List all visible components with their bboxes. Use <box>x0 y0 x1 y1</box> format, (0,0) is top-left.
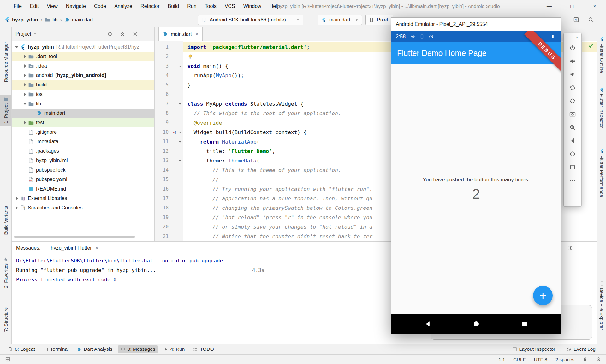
chevron-right-icon[interactable] <box>22 64 28 68</box>
menu-tools[interactable]: Tools <box>200 3 220 9</box>
menu-code[interactable]: Code <box>90 3 110 9</box>
lock-icon[interactable] <box>583 357 588 362</box>
gear-icon[interactable] <box>596 357 601 362</box>
close-button[interactable]: × <box>583 0 606 13</box>
emulator-rotate-right-button[interactable] <box>566 94 579 108</box>
emulator-screenshot-button[interactable] <box>566 108 579 121</box>
breadcrumb-item-lib[interactable]: lib <box>45 17 57 23</box>
menu-window[interactable]: Window <box>239 3 265 9</box>
override-marker-icon[interactable] <box>172 130 177 135</box>
close-tab-icon[interactable]: × <box>95 245 98 251</box>
emulator-screen[interactable]: 2:58 Flutter Demo Home Page DEBUG You ha… <box>391 31 561 334</box>
fold-marker-icon[interactable] <box>178 102 182 106</box>
tool-window-button-terminal[interactable]: Terminal <box>40 345 72 353</box>
fold-marker-icon[interactable] <box>178 140 182 144</box>
search-icon[interactable] <box>588 17 594 23</box>
chevron-right-icon[interactable] <box>14 206 20 210</box>
menu-vcs[interactable]: VCS <box>221 3 239 9</box>
emulator-zoom-button[interactable] <box>566 121 579 134</box>
tool-stripe-build-variants[interactable]: Build Variants <box>0 204 11 237</box>
fold-marker-icon[interactable] <box>178 130 182 134</box>
tree-item-metadata[interactable]: .metadata <box>12 137 154 146</box>
close-tab-icon[interactable]: × <box>195 31 199 38</box>
intention-bulb-icon[interactable] <box>187 54 193 59</box>
emulator-close-button[interactable]: × <box>576 35 578 40</box>
emulator-more-button[interactable] <box>566 174 579 187</box>
menu-run[interactable]: Run <box>183 3 200 9</box>
tool-stripe-1-project[interactable]: 1: Project <box>0 95 11 126</box>
status-item-utf-8[interactable]: UTF-8 <box>534 357 547 362</box>
tree-item-idea[interactable]: .idea <box>12 61 154 71</box>
emulator-back-button[interactable] <box>566 134 579 147</box>
hide-panel-icon[interactable] <box>145 31 151 37</box>
menu-refactor[interactable]: Refactor <box>136 3 163 9</box>
tool-stripe-7-structure[interactable]: 7: Structure <box>0 305 11 334</box>
messages-tab[interactable]: [hyzp_yibin] Flutter × <box>46 243 101 253</box>
tree-item-ios[interactable]: ios <box>12 90 154 99</box>
tree-item-gitignore[interactable]: .gitignore <box>12 127 154 137</box>
device-selector-dropdown[interactable]: Android SDK built for x86 (mobile) <box>198 15 303 25</box>
editor-tab-main-dart[interactable]: main.dart × <box>158 27 203 41</box>
console-link[interactable]: R:\Flutter\FlutterSDK\flutter\bin\flutte… <box>16 258 153 264</box>
chevron-right-icon[interactable] <box>14 196 20 201</box>
tree-item-main-dart[interactable]: main.dart <box>12 109 154 118</box>
tool-window-switcher-icon[interactable] <box>5 357 10 362</box>
fold-marker-icon[interactable] <box>178 64 182 68</box>
tree-item-external-libraries[interactable]: External Libraries <box>12 194 154 203</box>
collapse-all-icon[interactable] <box>120 31 125 37</box>
tree-item-lib[interactable]: lib <box>12 99 154 109</box>
status-item-crlf[interactable]: CRLF <box>513 357 526 362</box>
run-config-dropdown[interactable]: main.dart <box>318 15 362 25</box>
status-item-1-1[interactable]: 1:1 <box>498 357 505 362</box>
nav-home-button[interactable] <box>472 320 480 328</box>
nav-overview-button[interactable] <box>521 320 528 328</box>
breadcrumb-item-main-dart[interactable]: main.dart <box>64 17 93 23</box>
chevron-right-icon[interactable] <box>22 73 28 78</box>
sdk-manager-icon[interactable] <box>573 17 579 23</box>
tree-item-scratches-and-consoles[interactable]: Scratches and Consoles <box>12 203 154 213</box>
tree-item-hyzp-yibin[interactable]: hyzp_yibinR:\FlutterProject\FlutterProje… <box>12 42 154 52</box>
emulator-volume-up-button[interactable] <box>566 55 579 68</box>
emulator-minimize-button[interactable]: — <box>567 35 571 40</box>
tool-stripe-flutter-performance[interactable]: Flutter Performance <box>597 147 606 199</box>
menu-edit[interactable]: Edit <box>26 3 43 9</box>
tree-item-dart-tool[interactable]: .dart_tool <box>12 52 154 61</box>
menu-file[interactable]: File <box>9 3 26 9</box>
tool-window-button-layout-inspector[interactable]: Layout Inspector <box>509 345 558 353</box>
tree-item-pubspec-lock[interactable]: pubspec.lock <box>12 165 154 175</box>
status-item-2-spaces[interactable]: 2 spaces <box>556 357 574 362</box>
emulator-overview-button[interactable] <box>566 161 579 174</box>
emulator-volume-down-button[interactable] <box>566 68 579 81</box>
chevron-right-icon[interactable] <box>22 120 28 125</box>
emulator-power-button[interactable] <box>566 41 579 55</box>
tool-stripe-flutter-inspector[interactable]: Flutter Inspector <box>597 85 606 130</box>
chevron-down-icon[interactable] <box>33 32 37 36</box>
tree-item-packages[interactable]: .packages <box>12 146 154 156</box>
tool-stripe-device-file-explorer[interactable]: Device File Explorer <box>597 279 606 332</box>
tool-window-button-6-logcat[interactable]: 6: Logcat <box>5 345 38 353</box>
chevron-down-icon[interactable] <box>22 102 28 106</box>
fold-marker-icon[interactable] <box>178 159 182 163</box>
tool-window-button-todo[interactable]: TODO <box>190 345 217 353</box>
chevron-right-icon[interactable] <box>22 83 28 87</box>
tree-item-android[interactable]: android[hyzp_yibin_android] <box>12 71 154 80</box>
minimize-button[interactable]: — <box>538 0 561 13</box>
tree-item-pubspec-yaml[interactable]: YMLpubspec.yaml <box>12 175 154 184</box>
emulator-home-button[interactable] <box>566 147 579 161</box>
emulator-rotate-left-button[interactable] <box>566 81 579 94</box>
chevron-right-icon[interactable] <box>22 54 28 59</box>
breadcrumb-item-hyzp-yibin[interactable]: hyzp_yibin <box>4 17 38 23</box>
locate-icon[interactable] <box>107 31 113 37</box>
tool-window-button-event-log[interactable]: Event Log <box>564 345 598 353</box>
chevron-down-icon[interactable] <box>14 45 20 49</box>
chevron-right-icon[interactable] <box>22 92 28 97</box>
nav-back-button[interactable] <box>424 320 432 328</box>
gear-icon[interactable] <box>132 31 138 37</box>
hide-panel-icon[interactable] <box>587 245 593 251</box>
tree-item-hyzp-yibin-iml[interactable]: hyzp_yibin.iml <box>12 156 154 165</box>
menu-navigate[interactable]: Navigate <box>62 3 90 9</box>
tool-stripe-resource-manager[interactable]: Resource Manager <box>0 40 11 85</box>
device-button[interactable]: Pixel <box>365 15 393 25</box>
project-panel-title[interactable]: Project <box>15 31 31 37</box>
menu-analyze[interactable]: Analyze <box>110 3 136 9</box>
